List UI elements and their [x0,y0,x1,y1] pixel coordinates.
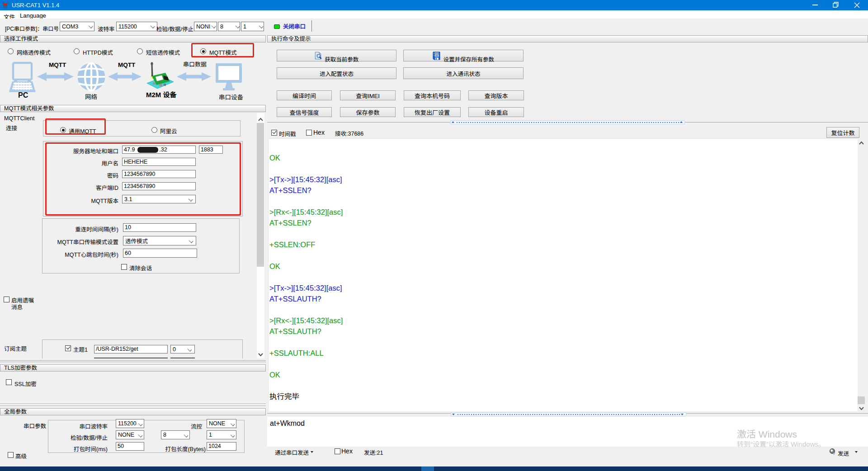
svg-text:串口数据: 串口数据 [183,61,207,68]
svg-text:M2M 设备: M2M 设备 [146,91,177,99]
svg-text:MQTT: MQTT [118,61,136,68]
svg-text:MQTT: MQTT [49,61,66,68]
svg-text:串口设备: 串口设备 [219,94,243,101]
svg-text:网络: 网络 [85,94,97,100]
svg-text:PC: PC [18,91,28,99]
